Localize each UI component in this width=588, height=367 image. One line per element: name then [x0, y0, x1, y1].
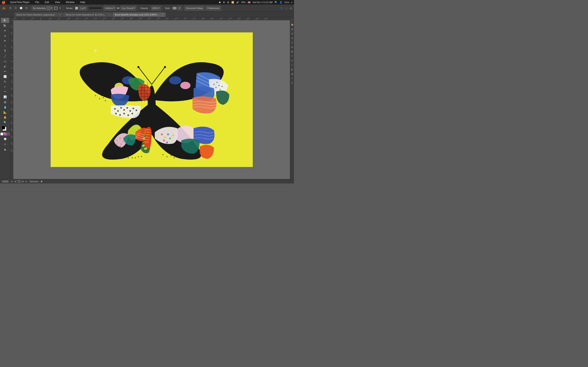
lasso-tool[interactable]: ⌀: [1, 33, 9, 38]
apple-menu[interactable]: 🍎: [2, 0, 6, 4]
eyedropper-tool[interactable]: 💧: [1, 105, 9, 109]
document-setup-btn[interactable]: Document Setup: [184, 6, 205, 11]
gradient-tool[interactable]: ▤: [1, 100, 9, 104]
direct-select-tool[interactable]: [1, 23, 9, 28]
brush-size-dropdown[interactable]: 5 pt. Round ▾: [120, 6, 137, 11]
search-icon[interactable]: 🔍: [275, 1, 277, 4]
svg-point-81: [171, 155, 172, 156]
svg-point-60: [100, 90, 101, 91]
fill-none-btn[interactable]: [0, 133, 3, 135]
symbols-btn[interactable]: ✦: [291, 54, 294, 58]
menu-view[interactable]: View: [53, 0, 61, 4]
draw-normal-btn[interactable]: ⬜: [1, 136, 9, 141]
hand-tool[interactable]: ✋: [1, 115, 9, 120]
rect-tool[interactable]: ▭: [1, 59, 9, 64]
tab-2-close[interactable]: ✕: [162, 13, 163, 16]
char-styles-btn[interactable]: A: [291, 81, 294, 85]
document-canvas[interactable]: [13, 20, 290, 179]
style-swatch: [173, 7, 177, 9]
line-tool[interactable]: ╱: [1, 54, 9, 58]
graphic-styles-btn[interactable]: ◉: [291, 49, 294, 53]
svg-point-33: [122, 141, 124, 142]
align-panel-btn[interactable]: ⊞: [291, 31, 294, 35]
svg-point-56: [104, 82, 105, 83]
opacity-dropdown[interactable]: 100% ▾: [151, 6, 161, 11]
magic-wand-tool[interactable]: ✦: [1, 28, 9, 33]
svg-point-7: [138, 66, 139, 68]
properties-btn[interactable]: ⬚: [291, 18, 294, 22]
zoom-value[interactable]: 122%: [2, 180, 9, 183]
menu-quicktime[interactable]: QuickTime Player: [9, 0, 31, 4]
add-anchor-tool[interactable]: +: [1, 43, 9, 48]
menu-file[interactable]: File: [34, 0, 40, 4]
pen-tool[interactable]: ✒: [1, 38, 9, 43]
tab-1[interactable]: Bonus Ice Cream Illustration.ai* @ 121% …: [63, 12, 112, 17]
transform-icon[interactable]: ≡: [289, 6, 293, 11]
draw-inside-btn[interactable]: ⊡: [1, 142, 9, 147]
align-icon[interactable]: ⬚: [279, 6, 284, 11]
svg-point-48: [161, 133, 163, 135]
first-page-btn[interactable]: ⏮: [11, 180, 13, 183]
menu-window[interactable]: Window: [65, 0, 76, 4]
prev-page-btn[interactable]: ◀: [14, 180, 16, 183]
stroke-swatch[interactable]: [1, 126, 5, 129]
color-btn[interactable]: ◐: [291, 67, 294, 71]
select-tool[interactable]: [1, 18, 9, 23]
sep4: [162, 6, 163, 10]
menu-help[interactable]: Help: [79, 0, 86, 4]
tab-1-close[interactable]: ✕: [108, 13, 110, 16]
rotate-tool[interactable]: ↻: [1, 79, 9, 84]
pathfinder-btn[interactable]: ⊟: [291, 36, 294, 40]
stock-btn[interactable]: St: [13, 6, 18, 11]
workspace-btn[interactable]: ⬜: [18, 6, 24, 11]
tab-2[interactable]: Bonus Butterfly Illustration.ai @ 122% (…: [113, 12, 165, 17]
type-panel-btn[interactable]: T: [291, 76, 294, 80]
eraser-tool[interactable]: ⬜: [1, 74, 9, 79]
next-page-btn[interactable]: ▶: [22, 180, 25, 183]
selection-dropdown[interactable]: No Selection ▾: [31, 6, 53, 11]
pencil-tool[interactable]: ✏: [1, 69, 9, 74]
tab-0[interactable]: Bonus Ice Cream Illustration_beginning.a…: [14, 12, 63, 17]
gradient-btn[interactable]: [4, 133, 7, 135]
arrange-icon[interactable]: ⫶: [285, 6, 288, 11]
zoom-section: 122%: [2, 180, 9, 183]
brushes-btn[interactable]: 🖌: [291, 58, 294, 62]
user-name[interactable]: Cina: [285, 1, 289, 3]
preferences-btn[interactable]: Preferences: [205, 6, 221, 11]
stroke-width-arrow: ▾: [85, 7, 86, 9]
type-tool[interactable]: T: [1, 49, 9, 53]
draw-back-btn[interactable]: ▣: [1, 147, 9, 152]
svg-point-80: [166, 156, 168, 157]
scale-tool[interactable]: ⤢: [1, 84, 9, 89]
warp-tool[interactable]: 〜: [1, 89, 9, 94]
zoom-tool[interactable]: 🔍: [1, 120, 9, 125]
brush-size-arrow: ▾: [134, 7, 135, 9]
main-area: ✦ ⌀ ✒ + T ╱ ▭ 🖌 ✏ ⬜ ↻ ⤢ 〜 📊 ▤ 💧 📐 ✋ 🔍 × …: [0, 17, 294, 179]
menu-edit[interactable]: Edit: [44, 0, 51, 4]
svg-point-73: [130, 154, 131, 155]
measure-tool[interactable]: 📐: [1, 110, 9, 115]
stroke-arrow[interactable]: ▾: [58, 6, 62, 11]
libraries-btn[interactable]: 📚: [291, 22, 294, 26]
stroke-style-dropdown[interactable]: Uniform ▾: [104, 6, 116, 11]
svg-point-50: [167, 133, 169, 135]
style-dropdown[interactable]: ▾: [177, 6, 182, 11]
last-page-btn[interactable]: ⏭: [25, 180, 28, 183]
artboard-info-btn[interactable]: ▶: [41, 180, 43, 183]
svg-point-44: [215, 87, 217, 88]
page-input[interactable]: [17, 180, 22, 183]
paintbrush-tool[interactable]: 🖌: [1, 64, 9, 69]
none-btn[interactable]: ×: [7, 133, 10, 135]
bridge-btn[interactable]: Br: [8, 6, 13, 11]
stroke-width-dropdown[interactable]: 1 pt ▾: [79, 6, 87, 11]
color-guide-btn[interactable]: ◑: [291, 72, 294, 76]
graph-tool[interactable]: 📊: [1, 94, 9, 99]
svg-point-21: [123, 109, 125, 111]
swatches-btn[interactable]: ⬡: [291, 63, 294, 67]
selection-label: No Selection: [33, 7, 45, 9]
reset-btn[interactable]: ⟳: [24, 6, 29, 11]
tab-0-close[interactable]: ✕: [59, 13, 61, 16]
transform-panel-btn[interactable]: ⊡: [291, 40, 294, 44]
layers-btn[interactable]: ▤: [291, 27, 294, 31]
appearance-btn[interactable]: ◈: [291, 45, 294, 49]
